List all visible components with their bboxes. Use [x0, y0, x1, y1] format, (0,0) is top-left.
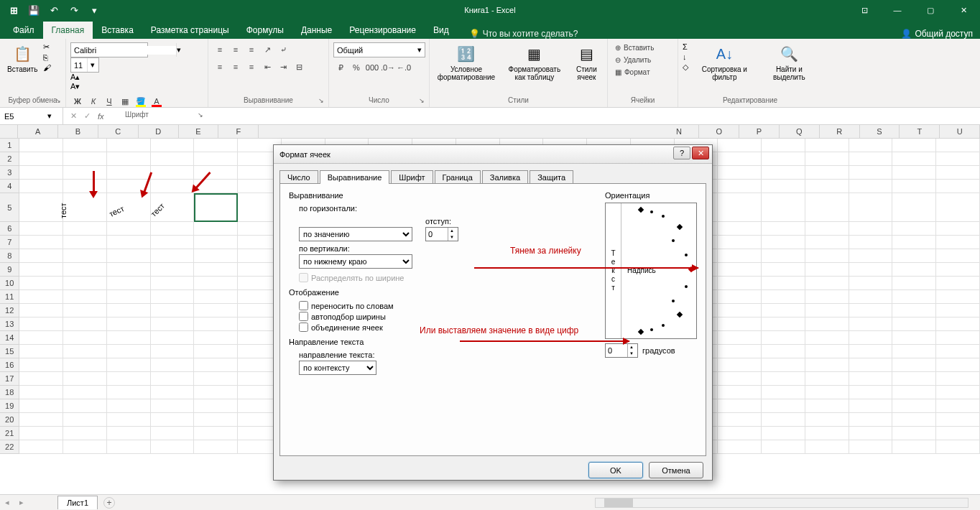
cut-button[interactable]: ✂	[43, 42, 51, 52]
fill-color-button[interactable]: 🪣	[134, 94, 148, 108]
cell[interactable]	[19, 345, 63, 358]
autosum-button[interactable]: Σ	[683, 42, 688, 51]
percent-button[interactable]: %	[349, 60, 364, 75]
cell[interactable]	[892, 180, 936, 193]
align-bottom-button[interactable]: ≡	[244, 42, 259, 57]
cell[interactable]	[805, 345, 849, 358]
cell[interactable]	[107, 331, 151, 345]
chevron-down-icon[interactable]: ▾	[87, 58, 97, 72]
cell[interactable]	[151, 304, 195, 317]
cell[interactable]	[63, 290, 107, 304]
align-middle-button[interactable]: ≡	[228, 42, 243, 57]
cell[interactable]	[107, 304, 151, 317]
cell[interactable]	[718, 222, 762, 236]
orientation-dial[interactable]: Надпись	[621, 203, 696, 338]
cell[interactable]	[892, 263, 936, 277]
cell[interactable]	[805, 440, 849, 454]
cell[interactable]	[19, 277, 63, 290]
cell[interactable]	[936, 263, 980, 277]
col-header[interactable]: S	[860, 125, 900, 138]
cell[interactable]	[151, 317, 195, 331]
font-size-combo[interactable]: ▾	[70, 57, 99, 73]
font-size-input[interactable]	[71, 61, 87, 70]
row-header[interactable]: 5	[0, 193, 19, 222]
cell[interactable]	[194, 290, 238, 304]
cell[interactable]	[849, 166, 893, 180]
cell[interactable]: тест	[63, 193, 107, 222]
cell[interactable]	[936, 236, 980, 249]
cell[interactable]	[718, 345, 762, 358]
col-header[interactable]: Q	[780, 125, 820, 138]
cell[interactable]	[892, 399, 936, 413]
spin-down-icon[interactable]: ▼	[448, 234, 456, 241]
dlg-tab-alignment[interactable]: Выравнивание	[320, 170, 390, 184]
cell[interactable]	[718, 372, 762, 386]
row-header[interactable]: 13	[0, 317, 19, 331]
cell[interactable]	[849, 399, 893, 413]
indent-spinner[interactable]: ▲▼	[425, 227, 458, 241]
font-name-input[interactable]	[71, 46, 176, 55]
cell[interactable]	[194, 358, 238, 372]
comma-button[interactable]: 000	[365, 60, 379, 75]
cell[interactable]	[151, 263, 195, 277]
spin-up-icon[interactable]: ▲	[628, 344, 635, 351]
cell[interactable]	[892, 358, 936, 372]
cell[interactable]	[936, 166, 980, 180]
cell[interactable]	[762, 277, 805, 290]
cell[interactable]	[19, 249, 63, 263]
cell[interactable]	[849, 440, 893, 454]
select-all-corner[interactable]	[0, 125, 18, 138]
cell[interactable]	[151, 358, 195, 372]
cell[interactable]	[19, 222, 63, 236]
cell[interactable]	[107, 249, 151, 263]
cell[interactable]	[762, 372, 805, 386]
dlg-tab-font[interactable]: Шрифт	[391, 170, 433, 184]
cell[interactable]	[194, 249, 238, 263]
cell[interactable]	[892, 290, 936, 304]
font-name-combo[interactable]: ▾	[70, 42, 148, 57]
font-launcher-icon[interactable]: ↘	[198, 111, 203, 119]
dialog-close-button[interactable]: ✕	[692, 147, 709, 159]
cell[interactable]	[892, 222, 936, 236]
add-sheet-button[interactable]: +	[103, 497, 115, 509]
cell[interactable]	[63, 399, 107, 413]
cell[interactable]	[892, 317, 936, 331]
cell[interactable]	[936, 399, 980, 413]
cell[interactable]	[151, 290, 195, 304]
dlg-tab-fill[interactable]: Заливка	[482, 170, 528, 184]
cell[interactable]	[718, 413, 762, 427]
cell[interactable]	[107, 166, 151, 180]
cell[interactable]	[936, 152, 980, 166]
cell[interactable]	[19, 263, 63, 277]
fill-button[interactable]: ↓	[683, 52, 688, 61]
cell[interactable]	[718, 277, 762, 290]
cell[interactable]	[849, 413, 893, 427]
sheet-nav-next[interactable]: ▸	[14, 498, 29, 507]
cell[interactable]	[63, 331, 107, 345]
col-header[interactable]: T	[900, 125, 940, 138]
cell[interactable]	[805, 263, 849, 277]
row-header[interactable]: 4	[0, 180, 19, 193]
cell[interactable]	[849, 358, 893, 372]
cell[interactable]	[194, 399, 238, 413]
cell[interactable]	[151, 413, 195, 427]
cell[interactable]	[107, 399, 151, 413]
cell[interactable]	[194, 317, 238, 331]
wrap-checkbox[interactable]	[299, 301, 308, 310]
col-header[interactable]: F	[218, 125, 259, 138]
cell[interactable]	[805, 180, 849, 193]
cell[interactable]	[849, 152, 893, 166]
cell[interactable]	[849, 222, 893, 236]
row-header[interactable]: 11	[0, 290, 19, 304]
wrap-text-button[interactable]: ⤶	[276, 42, 290, 57]
cell[interactable]	[19, 304, 63, 317]
cell[interactable]	[849, 180, 893, 193]
format-as-table-button[interactable]: ▦ Форматировать как таблицу	[501, 42, 568, 83]
cell[interactable]	[19, 386, 63, 399]
cell[interactable]	[892, 277, 936, 290]
cell[interactable]	[718, 263, 762, 277]
cell[interactable]	[194, 263, 238, 277]
border-button[interactable]: ▦	[118, 94, 132, 108]
cell[interactable]	[892, 372, 936, 386]
cell[interactable]	[718, 193, 762, 222]
